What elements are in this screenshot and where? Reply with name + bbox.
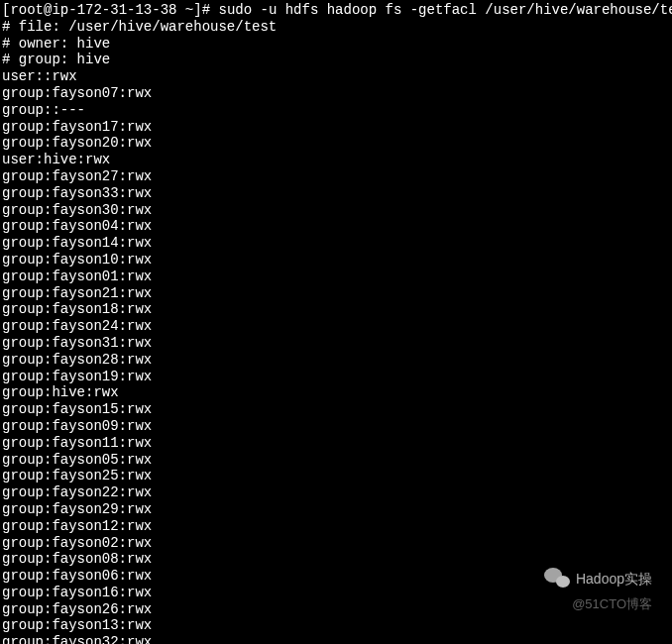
output-line: group:fayson33:rwx xyxy=(2,185,670,202)
command-text: sudo -u hdfs hadoop fs -getfacl /user/hi… xyxy=(218,2,672,18)
output-line: group:fayson04:rwx xyxy=(2,218,670,235)
watermark-wechat-text: Hadoop实操 xyxy=(576,571,652,588)
output-line: # owner: hive xyxy=(2,36,670,53)
output-line: group:fayson25:rwx xyxy=(2,468,670,484)
output-line: group:fayson01:rwx xyxy=(2,268,670,285)
output-line: user::rwx xyxy=(2,68,670,85)
output-line: group:fayson13:rwx xyxy=(2,617,670,634)
watermark-51cto: @51CTO博客 xyxy=(572,596,652,612)
output-line: group:fayson32:rwx xyxy=(2,634,670,644)
terminal-output[interactable]: [root@ip-172-31-13-38 ~]# sudo -u hdfs h… xyxy=(0,0,672,644)
output-line: group:fayson18:rwx xyxy=(2,301,670,318)
output-line: group:fayson15:rwx xyxy=(2,401,670,418)
output-line: group:fayson09:rwx xyxy=(2,418,670,435)
prompt-line: [root@ip-172-31-13-38 ~]# sudo -u hdfs h… xyxy=(2,2,670,19)
output-line: group:fayson21:rwx xyxy=(2,285,670,302)
output-line: group:fayson08:rwx xyxy=(2,551,670,568)
output-line: group:fayson05:rwx xyxy=(2,452,670,469)
output-line: group:fayson02:rwx xyxy=(2,535,670,552)
prompt-user: root xyxy=(10,2,44,18)
output-line: user:hive:rwx xyxy=(2,152,670,168)
output-line: group:fayson10:rwx xyxy=(2,252,670,268)
output-line: group:fayson07:rwx xyxy=(2,85,670,102)
prompt-symbol: # xyxy=(202,2,210,18)
output-line: group:fayson29:rwx xyxy=(2,501,670,518)
output-line: group:fayson30:rwx xyxy=(2,202,670,219)
output-line: group:fayson11:rwx xyxy=(2,435,670,452)
output-line: group:fayson24:rwx xyxy=(2,318,670,335)
output-line: group:fayson31:rwx xyxy=(2,335,670,352)
prompt-host: ip-172-31-13-38 xyxy=(52,2,176,18)
wechat-icon xyxy=(544,568,570,590)
output-line: group:fayson22:rwx xyxy=(2,484,670,501)
output-line: group:fayson17:rwx xyxy=(2,119,670,136)
output-line: group::--- xyxy=(2,102,670,119)
output-line: group:fayson12:rwx xyxy=(2,518,670,535)
output-line: group:fayson27:rwx xyxy=(2,168,670,185)
watermark-51cto-text: @51CTO博客 xyxy=(572,596,652,611)
output-line: group:fayson20:rwx xyxy=(2,135,670,152)
output-line: group:hive:rwx xyxy=(2,384,670,401)
watermark-wechat: Hadoop实操 xyxy=(544,568,652,590)
output-line: group:fayson19:rwx xyxy=(2,369,670,385)
output-line: group:fayson14:rwx xyxy=(2,235,670,252)
output-line: # group: hive xyxy=(2,52,670,68)
prompt-path: ~ xyxy=(185,2,193,18)
output-line: group:fayson26:rwx xyxy=(2,601,670,618)
output-line: # file: /user/hive/warehouse/test xyxy=(2,19,670,36)
output-line: group:fayson28:rwx xyxy=(2,352,670,369)
